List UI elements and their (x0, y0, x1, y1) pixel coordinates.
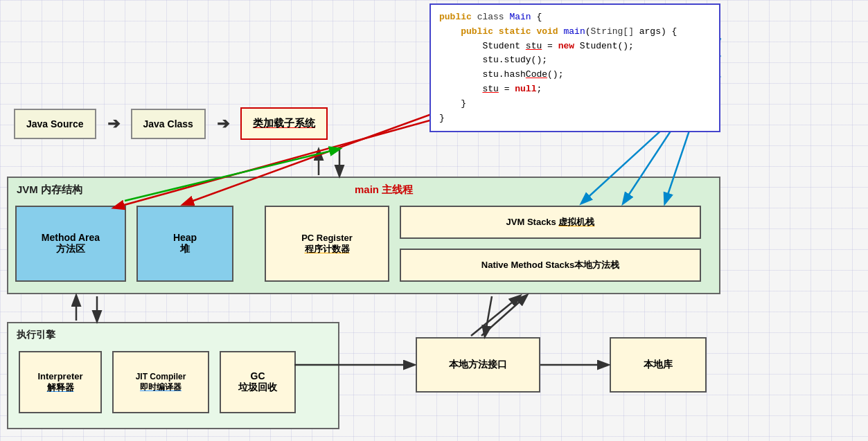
jit-zh: 即时编译器 (140, 381, 181, 393)
code-line-2: public static void main(String[] args) { (439, 25, 711, 39)
java-source-label: Java Source (26, 118, 84, 129)
native-interface-box: 本地方法接口 (416, 337, 540, 393)
method-area-zh: 方法区 (56, 243, 85, 255)
gc-box: GC 垃圾回收 (220, 351, 296, 413)
jvm-memory-box: JVM 内存结构 main 主线程 Method Area 方法区 Heap 堆… (7, 177, 720, 294)
method-area-en: Method Area (42, 232, 100, 243)
code-line-6: stu = null; (439, 82, 711, 97)
code-line-5: stu.hashCode(); (439, 68, 711, 82)
interpreter-zh: 解释器 (47, 381, 74, 394)
pc-register-box: PC Register 程序计数器 (265, 206, 389, 282)
top-flow: Java Source ➔ Java Class ➔ 类加载子系统 (14, 107, 328, 140)
heap-zh: 堆 (180, 243, 190, 255)
native-interface-label: 本地方法接口 (449, 359, 507, 371)
native-stacks-label: Native Method Stacks本地方法栈 (481, 259, 619, 271)
main-thread-text: main 主线程 (355, 183, 413, 195)
svg-line-14 (481, 296, 526, 336)
exec-engine-title: 执行引擎 (17, 329, 55, 341)
gc-zh: 垃圾回收 (238, 381, 277, 394)
native-method-box: Native Method Stacks本地方法栈 (400, 249, 701, 282)
interpreter-en: Interpreter (37, 371, 82, 381)
native-lib-box: 本地库 (610, 337, 707, 393)
code-line-4: stu.study(); (439, 53, 711, 68)
code-line-7: } (439, 97, 711, 111)
heap-box: Heap 堆 (136, 206, 233, 282)
native-lib-label: 本地库 (644, 359, 673, 371)
main-thread-label: main 主线程 (355, 183, 413, 197)
jvm-memory-title: JVM 内存结构 (17, 183, 82, 197)
gc-en: GC (251, 370, 265, 381)
java-class-box: Java Class (131, 109, 206, 139)
interpreter-box: Interpreter 解释器 (19, 351, 102, 413)
class-loader-label: 类加载子系统 (253, 117, 315, 129)
jit-en: JIT Compiler (136, 372, 186, 381)
arrow-class-to-loader: ➔ (206, 115, 240, 133)
pc-register-en: PC Register (301, 233, 353, 243)
jvm-stacks-label: JVM Stacks 虚拟机栈 (506, 216, 595, 228)
jvm-stacks-box: JVM Stacks 虚拟机栈 (400, 206, 701, 239)
arrow-java-source-to-class: ➔ (96, 115, 131, 133)
code-line-1: public class Main { (439, 10, 711, 25)
svg-line-13 (485, 296, 492, 336)
pc-register-zh: 程序计数器 (305, 243, 350, 255)
code-box: public class Main { public static void m… (429, 3, 720, 132)
class-loader-box: 类加载子系统 (240, 107, 328, 140)
method-area-box: Method Area 方法区 (15, 206, 126, 282)
diagram-container: public class Main { public static void m… (0, 0, 868, 441)
svg-line-12 (471, 296, 520, 336)
jit-compiler-box: JIT Compiler 即时编译器 (112, 351, 209, 413)
java-source-box: Java Source (14, 109, 96, 139)
code-line-3: Student stu = new Student(); (439, 39, 711, 54)
code-line-8: } (439, 111, 711, 126)
java-class-label: Java Class (143, 118, 193, 129)
heap-en: Heap (173, 232, 197, 243)
exec-engine-box: 执行引擎 Interpreter 解释器 JIT Compiler 即时编译器 … (7, 322, 339, 429)
